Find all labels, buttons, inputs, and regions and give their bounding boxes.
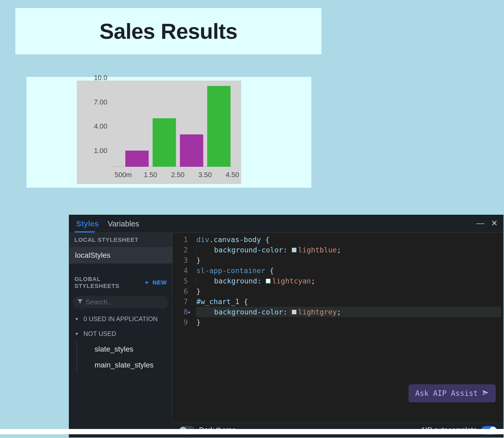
sidebar-item-slate-styles[interactable]: slate_styles <box>77 341 172 357</box>
used-in-application-label: 0 USED IN APPLICATION <box>83 315 158 323</box>
editor-code[interactable]: div.canvas-body { background-color: ligh… <box>196 234 501 327</box>
chevron-down-icon: ▾ <box>73 331 80 337</box>
ask-aip-label: Ask AIP Assist <box>415 389 478 398</box>
sidebar-spacer <box>69 264 172 272</box>
y-tick: 7.00 <box>86 98 107 106</box>
x-tick: 2.50 <box>167 171 188 179</box>
filter-icon <box>77 299 83 306</box>
y-tick: 10.0 <box>86 74 107 82</box>
search-input[interactable] <box>86 298 172 306</box>
styles-sidebar: LOCAL STYLESHEET localStyles GLOBAL STYL… <box>69 233 173 423</box>
not-used-label: NOT USED <box>83 330 116 338</box>
panel-tab-bar: Styles Variables — ✕ <box>69 215 503 233</box>
sidebar-item-main-slate-styles[interactable]: main_slate_styles <box>77 357 172 373</box>
chart-bar <box>153 118 176 167</box>
x-tick: 1.50 <box>140 171 161 179</box>
y-tick: 1.00 <box>86 146 107 155</box>
chart-plot: 10.07.004.001.00500m1.502.503.504.50 <box>77 81 241 184</box>
stylesheet-search[interactable] <box>73 296 169 308</box>
x-tick: 500m <box>113 171 134 179</box>
report-title: Sales Results <box>99 19 237 44</box>
chart-bar <box>180 134 203 167</box>
color-swatch-icon <box>266 279 271 283</box>
chart-inner: 10.07.004.001.00500m1.502.503.504.50 <box>111 86 232 167</box>
y-tick: 4.00 <box>86 122 107 130</box>
tab-styles[interactable]: Styles <box>74 218 101 230</box>
panel-window-controls: — ✕ <box>476 219 499 228</box>
new-stylesheet-link[interactable]: NEW <box>153 279 167 286</box>
x-tick: 4.50 <box>222 171 243 179</box>
canvas-bottom-edge <box>0 429 504 434</box>
tab-variables[interactable]: Variables <box>105 218 141 230</box>
title-card: Sales Results <box>15 8 321 54</box>
ask-aip-assist-button[interactable]: Ask AIP Assist <box>409 384 496 402</box>
sidebar-item-local-styles[interactable]: localStyles <box>69 247 172 264</box>
x-tick: 3.50 <box>194 171 216 179</box>
tree-used-in-application[interactable]: ▾ 0 USED IN APPLICATION <box>69 312 172 326</box>
send-icon <box>482 389 489 398</box>
plus-icon[interactable]: + <box>145 279 149 286</box>
global-stylesheets-label: GLOBAL STYLESHEETS <box>74 276 143 290</box>
minimize-icon[interactable]: — <box>476 219 485 228</box>
color-swatch-icon <box>292 248 297 252</box>
chart-bar <box>125 151 149 167</box>
chart-bar <box>207 86 231 167</box>
css-editor[interactable]: 123456789 div.canvas-body { background-c… <box>173 233 503 423</box>
ai-sparkle-icon: ✦ <box>187 308 191 316</box>
close-icon[interactable]: ✕ <box>490 219 499 228</box>
chart-card: 10.07.004.001.00500m1.502.503.504.50 <box>26 77 311 188</box>
styles-panel: Styles Variables — ✕ LOCAL STYLESHEET lo… <box>69 215 503 437</box>
tree-not-used[interactable]: ▾ NOT USED <box>69 326 172 341</box>
chevron-down-icon: ▾ <box>73 316 80 322</box>
global-stylesheets-header: GLOBAL STYLESHEETS + NEW <box>69 272 172 293</box>
panel-body: LOCAL STYLESHEET localStyles GLOBAL STYL… <box>69 233 503 423</box>
local-stylesheet-header: LOCAL STYLESHEET <box>69 233 172 247</box>
editor-gutter: 123456789 <box>173 233 191 423</box>
color-swatch-icon <box>292 310 297 314</box>
